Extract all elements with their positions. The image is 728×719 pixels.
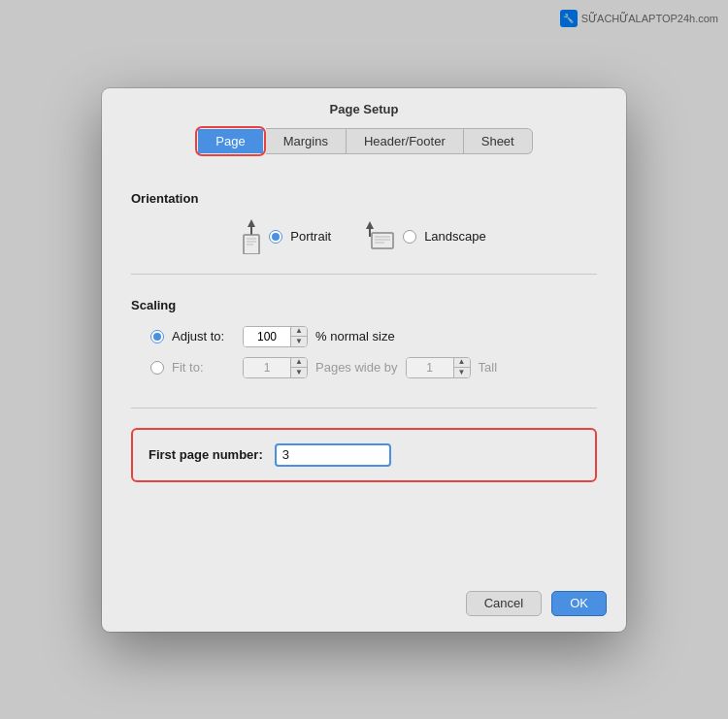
portrait-radio[interactable] [269,230,282,244]
fit-wide-increment-btn[interactable]: ▲ [291,357,307,368]
svg-marker-7 [366,221,374,229]
scaling-title: Scaling [131,298,597,312]
portrait-option[interactable]: Portrait [242,219,331,254]
svg-rect-8 [372,233,393,248]
ok-button[interactable]: OK [551,591,607,616]
portrait-label: Portrait [290,229,331,244]
orientation-options: Portrait [131,219,597,254]
landscape-label: Landscape [424,229,486,244]
landscape-icon [360,219,395,254]
fit-label: Fit to: [172,360,235,375]
active-tab-highlight: Page [195,126,265,156]
adjust-increment-btn[interactable]: ▲ [291,326,307,337]
tab-sheet[interactable]: Sheet [464,129,532,153]
watermark: 🔧 SỮACHỮALAPTOP24h.com [560,10,718,27]
fit-pages-wide-wrapper: ▲ ▼ [243,357,308,378]
tab-headerfooter[interactable]: Header/Footer [347,129,464,153]
fit-to-radio[interactable] [150,361,164,375]
fit-pages-tall-input[interactable] [407,358,453,377]
scaling-section: Scaling Adjust to: ▲ ▼ % normal size [131,298,597,409]
adjust-to-row: Adjust to: ▲ ▼ % normal size [131,326,597,347]
fit-wide-decrement-btn[interactable]: ▼ [291,368,307,378]
dialog-title: Page Setup [102,88,626,116]
svg-marker-1 [248,219,255,227]
tab-page[interactable]: Page [198,129,262,153]
orientation-title: Orientation [131,191,597,206]
fit-pages-tall-stepper: ▲ ▼ [453,357,470,378]
adjust-stepper: ▲ ▼ [290,326,307,347]
dialog: Page Setup Page Margins Header/Footer Sh… [102,88,626,632]
adjust-suffix: % normal size [315,329,395,343]
landscape-radio[interactable] [403,230,416,244]
fit-pages-wide-input[interactable] [244,358,290,377]
dialog-footer: Cancel OK [102,579,626,632]
adjust-to-radio[interactable] [150,330,164,343]
adjust-input[interactable] [244,327,290,346]
fit-to-row: Fit to: ▲ ▼ Pages wide by ▲ ▼ [131,357,597,378]
fit-pages-tall-wrapper: ▲ ▼ [406,357,471,378]
adjust-label: Adjust to: [172,329,235,343]
first-page-section: First page number: [131,428,597,482]
fit-pages-wide-stepper: ▲ ▼ [290,357,307,378]
fit-tall-decrement-btn[interactable]: ▼ [454,368,470,378]
first-page-label: First page number: [149,447,263,462]
orientation-section: Orientation [131,191,597,275]
adjust-decrement-btn[interactable]: ▼ [291,337,307,347]
tab-bar: Page Margins Header/Footer Sheet [102,116,626,156]
adjust-input-wrapper: ▲ ▼ [243,326,308,347]
pages-wide-label: Pages wide by [315,360,398,375]
dialog-wrapper: 🔧 SỮACHỮALAPTOP24h.com Page Setup Page M… [0,0,728,719]
tab-margins[interactable]: Margins [266,129,347,153]
dialog-body: Orientation [102,172,626,579]
watermark-text: SỮACHỮALAPTOP24h.com [581,13,718,25]
fit-tall-increment-btn[interactable]: ▲ [454,357,470,368]
portrait-icon [242,219,261,254]
landscape-option[interactable]: Landscape [360,219,486,254]
cancel-button[interactable]: Cancel [466,591,542,616]
watermark-icon: 🔧 [560,10,578,27]
tall-label: Tall [479,360,498,375]
first-page-input[interactable] [275,443,391,467]
